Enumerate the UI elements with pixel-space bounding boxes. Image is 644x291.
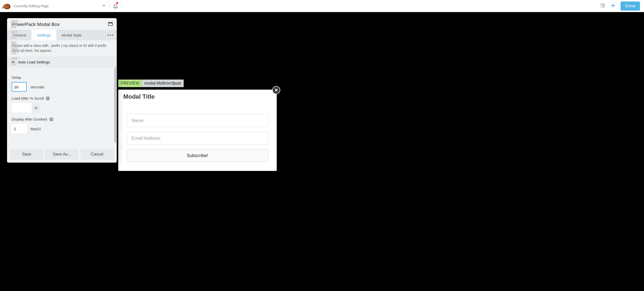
bell-icon: [113, 3, 118, 9]
svg-point-7: [601, 7, 602, 7]
email-input[interactable]: [127, 132, 268, 145]
topbar-right: Done: [599, 2, 644, 11]
delay-unit: seconds: [30, 85, 44, 89]
panel-body: Delay seconds Load After % Scroll ? % Di…: [7, 67, 117, 147]
help-icon[interactable]: ?: [49, 117, 53, 121]
panel-header: PowerPack Modal Box: [7, 18, 117, 30]
page-title: Currently Editing Page: [14, 4, 49, 8]
tab-settings[interactable]: Settings: [31, 30, 56, 40]
tab-more-button[interactable]: [104, 34, 117, 36]
panel-tabs: General Settings Modal Style: [7, 30, 117, 40]
modal-body: Subscribe!: [118, 104, 277, 171]
modal-title: Modal Title: [123, 93, 272, 100]
name-input[interactable]: [127, 114, 268, 127]
section-auto-load[interactable]: Auto Load Settings: [7, 57, 117, 67]
section-label: Auto Load Settings: [18, 60, 50, 64]
beaver-logo-icon: [2, 2, 12, 11]
preview-tag: PREVIEW modal-6fo8rmn3jsad: [118, 80, 184, 87]
help-icon[interactable]: ?: [46, 96, 50, 100]
cancel-button[interactable]: Cancel: [80, 149, 114, 160]
svg-point-1: [4, 4, 9, 8]
modal-close-button[interactable]: [272, 86, 280, 94]
save-button[interactable]: Save: [10, 149, 43, 160]
cookie-input[interactable]: [12, 124, 27, 133]
window-icon: [108, 22, 113, 26]
tab-modal-style[interactable]: Modal Style: [56, 30, 87, 40]
save-as-button[interactable]: Save As...: [45, 149, 78, 160]
drag-handle-icon[interactable]: [11, 20, 18, 65]
delay-input[interactable]: [12, 82, 27, 92]
topbar: Currently Editing Page D: [0, 0, 644, 12]
outline-button[interactable]: [599, 3, 606, 10]
outline-icon: [599, 3, 606, 9]
scroll-label: Load After % Scroll: [12, 96, 44, 100]
cookie-label: Display After (cookie): [12, 117, 47, 121]
notification-dot-icon: [116, 2, 118, 4]
dots-icon: [107, 34, 109, 36]
subscribe-button[interactable]: Subscribe!: [127, 149, 268, 162]
panel-title: PowerPack Modal Box: [12, 22, 60, 27]
page-dropdown-trigger[interactable]: [102, 3, 106, 9]
svg-point-5: [601, 5, 602, 6]
svg-point-2: [7, 5, 8, 6]
preview-badge: PREVIEW: [118, 80, 142, 87]
add-button[interactable]: [610, 3, 616, 10]
svg-point-3: [600, 4, 601, 4]
svg-rect-12: [109, 23, 112, 25]
preview-identifier: modal-6fo8rmn3jsad: [142, 80, 184, 87]
close-icon: [274, 88, 278, 92]
modal-header: Modal Title: [118, 90, 277, 104]
chevron-down-icon: [102, 3, 106, 8]
scroll-input[interactable]: [12, 103, 32, 113]
class-id-hint: Please add a class with . prefix (.my-cl…: [7, 40, 117, 57]
plus-icon: [610, 3, 616, 9]
notifications-button[interactable]: [109, 0, 122, 12]
panel-expand-button[interactable]: [108, 22, 113, 27]
cookie-unit: day(s): [30, 127, 41, 131]
done-button[interactable]: Done: [621, 2, 640, 11]
panel-footer: Save Save As... Cancel: [7, 147, 117, 163]
delay-label: Delay: [12, 75, 112, 80]
scrollbar[interactable]: [114, 67, 116, 143]
tab-general[interactable]: General: [7, 30, 31, 40]
topbar-left: Currently Editing Page: [0, 0, 109, 12]
modal-preview: Modal Title Subscribe!: [118, 90, 277, 171]
scroll-unit: %: [32, 103, 40, 113]
settings-panel: PowerPack Modal Box General Settings Mod…: [7, 18, 117, 163]
